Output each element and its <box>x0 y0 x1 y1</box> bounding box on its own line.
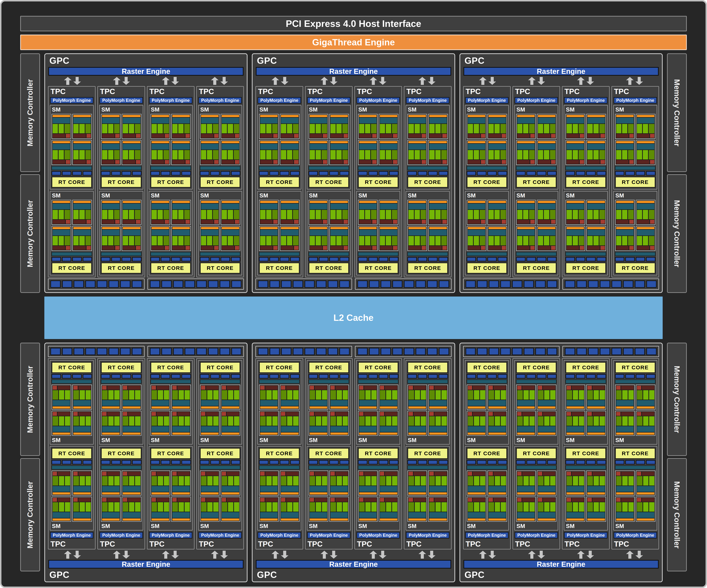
core-column-bright <box>643 502 648 512</box>
processing-block-bottom-row <box>637 134 654 138</box>
processing-block-teal-bar <box>222 118 239 123</box>
core-column-bright <box>207 416 212 426</box>
processing-block-red-unit <box>281 412 285 416</box>
processing-block-red-unit <box>172 472 177 476</box>
tex-unit-block <box>83 171 92 176</box>
processing-block-maroon-bar <box>152 220 164 224</box>
raster-engine-bar: Raster Engine <box>464 67 659 76</box>
sm-processing-block <box>150 140 170 165</box>
processing-block-maroon-bar <box>587 160 600 164</box>
core-column-dark <box>380 476 385 485</box>
processing-block-bottom-row <box>468 386 485 390</box>
arrow-up-icon <box>113 551 121 559</box>
rt-core-block: RT CORE <box>200 262 240 273</box>
core-column-dark <box>616 502 622 512</box>
tpc-box: RT CORESMRT CORESMPolyMorph EngineTPC <box>404 358 451 549</box>
processing-block-red-unit <box>538 386 542 390</box>
core-column-group <box>260 476 278 485</box>
tpc-label: TPC <box>356 87 400 96</box>
sm-label: SM <box>150 106 191 113</box>
core-column-group <box>73 124 91 133</box>
processing-block-maroon-bar <box>265 472 278 476</box>
processing-block-orange-bar <box>53 115 70 117</box>
tex-unit-block <box>566 171 575 176</box>
tex-unit-block <box>597 171 606 176</box>
sm-processing-grid <box>566 114 606 165</box>
core-column-bright <box>594 210 599 219</box>
core-column-bright <box>538 236 543 245</box>
rop-unit-square <box>316 348 326 355</box>
arrow-pair <box>512 77 561 85</box>
core-column-group <box>359 124 377 133</box>
core-column-group <box>567 416 584 426</box>
core-column-bright <box>523 210 528 219</box>
processing-block-maroon-bar <box>152 246 164 250</box>
memory-controller-box: Memory Controller <box>20 458 40 572</box>
tpc-row: RT CORESMRT CORESMPolyMorph EngineTPCRT … <box>463 358 659 549</box>
processing-block-maroon-bar <box>380 134 392 138</box>
processing-block-teal-bar <box>102 204 120 209</box>
processing-block-bottom-row <box>102 412 120 416</box>
sm-label: SM <box>200 192 240 199</box>
core-column-group <box>260 150 278 159</box>
sm-label: SM <box>566 437 606 443</box>
processing-block-bottom-row <box>489 220 506 224</box>
tex-unit-row <box>467 460 507 465</box>
sm-processing-grid <box>101 384 141 436</box>
processing-block-red-unit <box>422 160 426 164</box>
rop-unit-square <box>466 348 476 355</box>
core-column-bright <box>359 124 364 133</box>
processing-block-bottom-row <box>616 160 634 164</box>
rop-unit-square <box>50 348 61 355</box>
rop-unit-square <box>500 348 510 355</box>
processing-block-teal-bar <box>281 400 298 406</box>
processing-block-teal-bar <box>429 426 447 432</box>
core-column-dark <box>164 210 169 219</box>
processing-block-bottom-row <box>310 220 327 224</box>
processing-block-orange-bar <box>172 433 190 435</box>
core-column-bright <box>408 210 414 219</box>
core-column-group <box>616 236 634 245</box>
processing-block-red-unit <box>102 472 106 476</box>
tpc-box: RT CORESMRT CORESMPolyMorph EngineTPC <box>355 358 402 549</box>
processing-block-teal-bar <box>330 118 348 123</box>
gpc-area: RT CORESMRT CORESMPolyMorph EngineTPCRT … <box>44 343 663 582</box>
sm-processing-block <box>636 411 655 436</box>
core-column-group <box>380 236 397 245</box>
core-column-bright <box>643 390 648 400</box>
sm-box: RT CORESM <box>406 360 449 445</box>
sm-processing-block <box>259 411 279 436</box>
sm-label: SM <box>615 106 655 113</box>
memory-controller-label: Memory Controller <box>26 481 34 548</box>
processing-block-maroon-bar <box>157 498 169 502</box>
sm-processing-grid <box>516 471 557 522</box>
polymorph-engine-bar: PolyMorph Engine <box>307 97 350 104</box>
processing-block-red-unit <box>260 472 264 476</box>
processing-block-teal-bar <box>73 400 91 406</box>
sm-processing-block <box>309 200 328 225</box>
processing-block-bottom-row <box>587 412 605 416</box>
processing-block-red-unit <box>172 412 177 416</box>
core-column-group <box>310 210 327 219</box>
tex-unit-block <box>309 374 318 378</box>
processing-block-orange-bar <box>567 433 584 435</box>
processing-block-teal-bar <box>637 204 654 209</box>
core-column-bright <box>567 236 572 245</box>
processing-block-red-unit <box>136 160 140 164</box>
core-column-bright <box>524 390 529 400</box>
core-column-group <box>587 502 605 512</box>
core-column-bright <box>365 210 370 219</box>
core-column-bright <box>629 416 634 426</box>
processing-block-red-unit <box>530 246 535 250</box>
core-column-group <box>222 416 239 426</box>
sm-box: RT CORESM <box>514 446 558 530</box>
processing-block-red-unit <box>380 386 384 390</box>
processing-block-bottom-row <box>260 412 278 416</box>
core-column-bright <box>616 236 621 245</box>
rop-unit-square <box>132 281 142 288</box>
sm-processing-grid <box>467 200 507 251</box>
processing-block-bottom-row <box>567 472 584 476</box>
core-column-dark <box>53 476 58 485</box>
core-column-bright <box>474 150 479 159</box>
core-column-bright <box>59 416 64 426</box>
